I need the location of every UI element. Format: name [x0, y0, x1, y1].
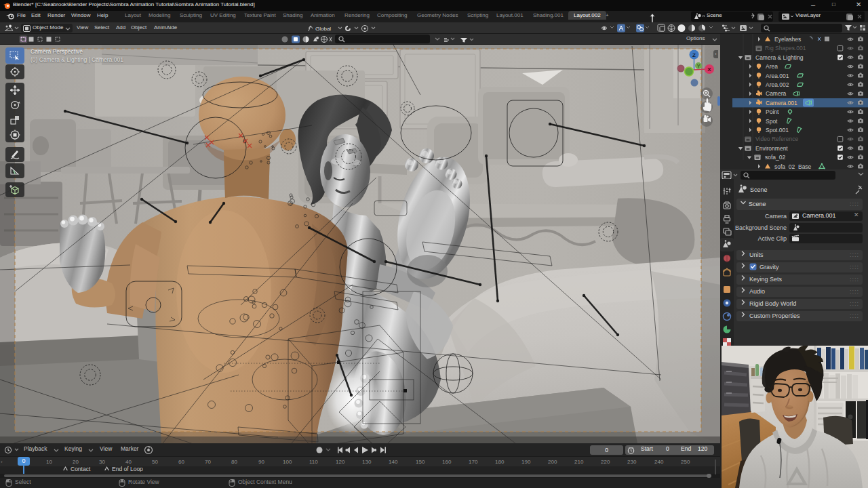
svg-text:Camera.001: Camera.001	[766, 100, 797, 106]
svg-text:Area.002: Area.002	[766, 81, 789, 88]
svg-text:Z: Z	[692, 52, 696, 58]
svg-text:Environment: Environment	[755, 145, 788, 152]
svg-text:Spot: Spot	[766, 118, 778, 125]
svg-text:Y: Y	[697, 64, 701, 68]
svg-text:Point: Point	[766, 108, 779, 115]
svg-text:Scene: Scene	[750, 186, 768, 193]
svg-text:Area.001: Area.001	[766, 73, 789, 79]
svg-text:End of Loop: End of Loop	[112, 466, 143, 472]
svg-text:Rig Shapes.001: Rig Shapes.001	[765, 45, 806, 52]
svg-text:Camera: Camera	[766, 90, 787, 97]
svg-text:Contact: Contact	[71, 466, 91, 472]
svg-text:Spot.001: Spot.001	[766, 127, 789, 134]
svg-text:sofa_02_Base: sofa_02_Base	[774, 163, 812, 169]
svg-text:X: X	[707, 66, 711, 73]
svg-text:Global: Global	[315, 26, 331, 32]
svg-text:Camera & Lighting: Camera & Lighting	[755, 54, 804, 61]
svg-text:Eyelashes: Eyelashes	[774, 36, 801, 43]
svg-text:sofa_02: sofa_02	[765, 154, 786, 161]
svg-text:Video Reference: Video Reference	[755, 136, 798, 142]
svg-text:Area: Area	[766, 63, 778, 70]
